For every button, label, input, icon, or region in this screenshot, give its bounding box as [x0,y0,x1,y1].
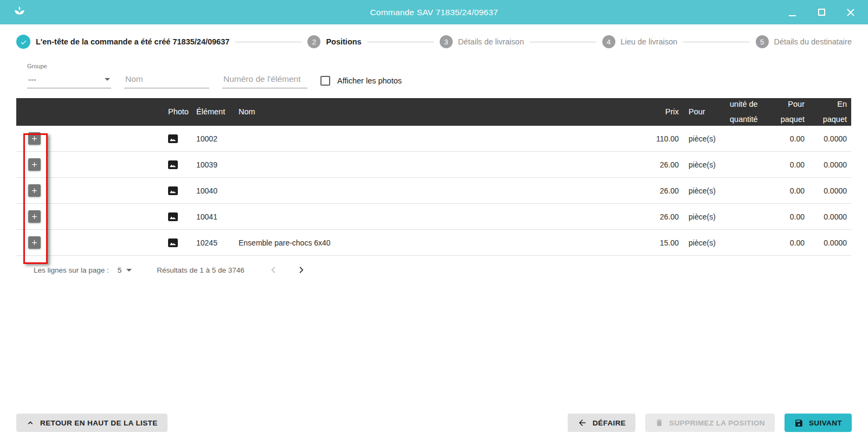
undo-button[interactable]: DÉFAIRE [568,414,635,432]
row-per: pièce(s) [689,238,721,247]
next-page-icon[interactable] [294,263,307,276]
photo-thumbnail-icon [168,186,196,195]
footer-right-group: DÉFAIRE SUPPRIMEZ LA POSITION SUIVANT [568,414,852,432]
delete-position-label: SUPPRIMEZ LA POSITION [669,419,765,427]
stepper: L'en-tête de la commande a été créé 7183… [16,34,852,50]
footer-toolbar: RETOUR EN HAUT DE LA LISTE DÉFAIRE SUPPR… [16,414,852,432]
row-per: pièce(s) [689,160,721,169]
row-per: pièce(s) [689,186,721,195]
next-label: SUIVANT [809,419,842,427]
step-connector [530,42,596,42]
arrow-left-icon [577,418,587,428]
table-row[interactable]: 10039 26.00 pièce(s) 0.00 0.0000 [16,152,851,178]
group-filter: Groupe --- [27,63,111,88]
maximize-icon[interactable] [816,7,827,18]
row-price: 26.00 [635,212,679,221]
header-in-package: En paquet [812,97,847,127]
table-row[interactable]: 10041 26.00 pièce(s) 0.00 0.0000 [16,204,851,230]
row-per-package: 0.00 [773,238,805,247]
row-add-cell [16,132,168,145]
app-logo-plant-icon [12,5,27,20]
step-3-delivery-details[interactable]: 3 Détails de livraison [440,35,524,48]
pagination-bar: Les lignes sur la page : 5 Résultats de … [34,263,868,276]
delete-position-button[interactable]: SUPPRIMEZ LA POSITION [645,414,775,432]
add-position-button[interactable] [28,210,41,223]
step-1-label: L'en-tête de la commande a été créé 7183… [36,37,229,46]
group-filter-label: Groupe [27,63,111,69]
header-per: Pour [689,105,721,120]
trash-icon [655,418,664,427]
rows-per-page-label: Les lignes sur la page : [34,266,109,274]
step-5-recipient-details[interactable]: 5 Détails du destinataire [756,35,852,48]
rows-per-page-value: 5 [118,266,122,274]
header-photo: Photo [168,105,196,120]
results-range-label: Résultats de 1 à 5 de 3746 [157,266,244,274]
chevron-down-icon [126,269,132,272]
close-icon[interactable] [845,7,856,18]
photo-thumbnail-icon [168,238,196,247]
step-4-number: 4 [602,35,615,48]
add-position-button[interactable] [28,158,41,171]
item-number-filter-input[interactable] [222,74,307,88]
undo-label: DÉFAIRE [593,419,626,427]
row-element-number: 10041 [196,212,239,221]
row-price: 110.00 [635,134,679,143]
table-header-row: Photo Élément Nom Prix Pour unité de qua… [16,98,851,126]
row-per-package: 0.00 [773,212,805,221]
row-price: 26.00 [635,186,679,195]
add-position-button[interactable] [28,236,41,249]
header-per-package: Pour paquet [773,97,805,127]
step-4-delivery-place[interactable]: 4 Lieu de livraison [602,35,678,48]
row-add-cell [16,236,168,249]
name-filter-input[interactable] [124,74,209,88]
step-1-created[interactable]: L'en-tête de la commande a été créé 7183… [16,35,229,49]
table-body: 10002 110.00 pièce(s) 0.00 0.0000 10039 … [16,126,851,256]
next-button[interactable]: SUIVANT [785,414,852,432]
row-name: Ensemble pare-chocs 6x40 [239,238,635,247]
row-per: pièce(s) [689,212,721,221]
chevron-up-icon [26,418,35,427]
row-per-package: 0.00 [773,160,805,169]
header-name: Nom [239,105,635,120]
step-3-label: Détails de livraison [458,37,524,46]
row-element-number: 10002 [196,134,239,143]
add-position-button[interactable] [28,184,41,197]
table-row[interactable]: 10245 Ensemble pare-chocs 6x40 15.00 piè… [16,230,851,256]
previous-page-icon[interactable] [267,263,280,276]
show-photos-toggle[interactable]: Afficher les photos [320,76,402,86]
items-table: Photo Élément Nom Prix Pour unité de qua… [16,98,851,256]
step-5-label: Détails du destinataire [774,37,852,46]
minimize-icon[interactable] [787,7,798,18]
step-2-number: 2 [307,35,320,48]
row-add-cell [16,158,168,171]
back-to-top-label: RETOUR EN HAUT DE LA LISTE [40,419,158,427]
titlebar: Commande SAV 71835/24/09637 [0,0,868,24]
add-position-button[interactable] [28,132,41,145]
table-row[interactable]: 10002 110.00 pièce(s) 0.00 0.0000 [16,126,851,152]
step-2-positions[interactable]: 2 Positions [307,35,361,48]
header-price: Prix [635,105,679,120]
row-add-cell [16,210,168,223]
row-element-number: 10039 [196,160,239,169]
back-to-top-button[interactable]: RETOUR EN HAUT DE LA LISTE [16,414,168,432]
table-row[interactable]: 10040 26.00 pièce(s) 0.00 0.0000 [16,178,851,204]
row-in-package: 0.0000 [812,238,847,247]
step-2-label: Positions [326,37,361,46]
group-select[interactable]: --- [27,75,111,88]
photo-thumbnail-icon [168,160,196,169]
chevron-down-icon [105,78,110,81]
step-1-check-icon [16,35,30,49]
row-per-package: 0.00 [773,186,805,195]
photo-thumbnail-icon [168,212,196,221]
row-element-number: 10245 [196,238,239,247]
row-in-package: 0.0000 [812,212,847,221]
header-element: Élément [196,105,239,120]
rows-per-page-select[interactable]: 5 [118,266,132,274]
step-5-number: 5 [756,35,769,48]
row-in-package: 0.0000 [812,186,847,195]
show-photos-checkbox[interactable] [320,76,330,86]
step-4-label: Lieu de livraison [621,37,678,46]
show-photos-label: Afficher les photos [337,76,402,85]
row-in-package: 0.0000 [812,160,847,169]
header-quantity-unit: unité de quantité [730,97,768,127]
